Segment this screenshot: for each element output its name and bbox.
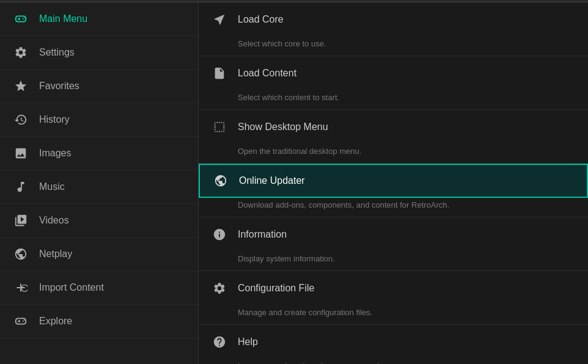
menu-item-information-label: Information (238, 229, 287, 240)
explore-icon (12, 313, 29, 330)
sidebar-item-settings[interactable]: Settings (0, 36, 198, 70)
sidebar-item-main-menu[interactable]: Main Menu (0, 2, 198, 36)
music-icon (12, 178, 29, 195)
netplay-icon (12, 246, 29, 263)
desktop-menu-icon (211, 118, 228, 136)
image-icon (12, 145, 29, 162)
menu-item-load-content-header[interactable]: Load Content (199, 56, 588, 90)
sidebar-item-favorites[interactable]: Favorites (0, 70, 198, 103)
menu-item-load-core: Load Core Select which core to use. (199, 2, 588, 56)
menu-item-show-desktop-menu-header[interactable]: Show Desktop Menu (199, 110, 588, 144)
sidebar-item-images[interactable]: Images (0, 137, 198, 170)
sidebar-item-import-content-label: Import Content (39, 282, 104, 293)
gamepad-icon (12, 10, 29, 27)
sidebar: Main Menu Settings Favorites (0, 2, 199, 364)
menu-item-show-desktop-menu-label: Show Desktop Menu (238, 122, 328, 133)
menu-item-information-desc: Display system information. (199, 252, 588, 271)
history-icon (12, 111, 29, 128)
information-icon (211, 226, 228, 243)
sidebar-item-settings-label: Settings (39, 47, 75, 58)
video-icon (12, 212, 29, 229)
sidebar-item-music-label: Music (39, 181, 65, 192)
star-icon (12, 78, 29, 95)
menu-item-configuration-file-label: Configuration File (238, 283, 314, 294)
menu-item-help: Help Learn more about how the program wo… (199, 325, 588, 364)
gear-icon (12, 44, 29, 61)
help-icon (211, 333, 228, 351)
menu-item-online-updater: Online Updater Download add-ons, compone… (199, 164, 588, 217)
load-core-icon (211, 11, 228, 28)
menu-item-information: Information Display system information. (199, 217, 588, 271)
menu-item-online-updater-header[interactable]: Online Updater (199, 164, 588, 198)
load-content-icon (211, 65, 228, 82)
sidebar-item-images-label: Images (39, 148, 71, 159)
menu-item-online-updater-desc: Download add-ons, components, and conten… (199, 198, 588, 217)
menu-item-configuration-file-header[interactable]: Configuration File (199, 271, 588, 305)
online-updater-icon (212, 172, 229, 189)
menu-item-information-header[interactable]: Information (199, 217, 588, 252)
menu-item-load-content-label: Load Content (238, 68, 296, 79)
menu-item-load-content: Load Content Select which content to sta… (199, 56, 588, 110)
sidebar-item-favorites-label: Favorites (39, 81, 79, 92)
menu-item-show-desktop-menu-desc: Open the traditional desktop menu. (199, 144, 588, 163)
menu-item-help-label: Help (238, 337, 258, 348)
menu-item-configuration-file-desc: Manage and create configuration files. (199, 305, 588, 324)
menu-item-load-core-header[interactable]: Load Core (199, 2, 588, 37)
menu-item-load-core-desc: Select which core to use. (199, 37, 588, 56)
sidebar-item-netplay[interactable]: Netplay (0, 238, 198, 271)
sidebar-item-videos[interactable]: Videos (0, 204, 198, 238)
sidebar-item-music[interactable]: Music (0, 170, 198, 204)
sidebar-item-explore[interactable]: Explore (0, 305, 198, 338)
menu-item-help-header[interactable]: Help (199, 325, 588, 359)
import-icon (12, 279, 29, 296)
sidebar-item-videos-label: Videos (39, 215, 69, 226)
sidebar-item-explore-label: Explore (39, 316, 72, 327)
menu-item-configuration-file: Configuration File Manage and create con… (199, 271, 588, 325)
menu-item-load-core-label: Load Core (238, 14, 284, 25)
menu-item-online-updater-label: Online Updater (239, 175, 305, 186)
menu-item-load-content-desc: Select which content to start. (199, 90, 588, 109)
main-layout: Main Menu Settings Favorites (0, 2, 588, 364)
sidebar-item-import-content[interactable]: Import Content (0, 271, 198, 305)
menu-item-help-desc: Learn more about how the program works. (199, 359, 588, 364)
sidebar-item-history[interactable]: History (0, 103, 198, 137)
configuration-file-icon (211, 280, 228, 297)
content-panel: Load Core Select which core to use. Load… (199, 2, 588, 364)
menu-item-show-desktop-menu: Show Desktop Menu Open the traditional d… (199, 110, 588, 164)
sidebar-item-history-label: History (39, 114, 70, 125)
sidebar-item-main-menu-label: Main Menu (39, 13, 87, 24)
sidebar-item-netplay-label: Netplay (39, 249, 72, 260)
